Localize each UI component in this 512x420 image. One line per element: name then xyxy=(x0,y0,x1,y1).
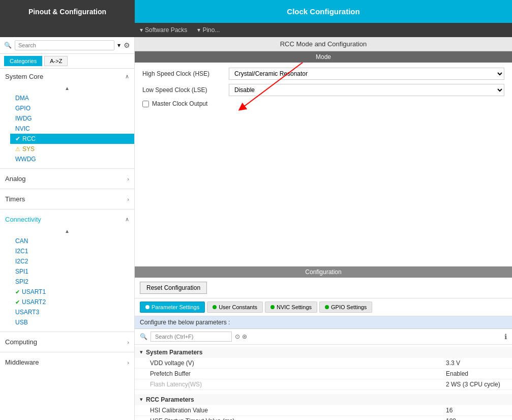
sidebar-item-can[interactable]: CAN xyxy=(10,236,134,246)
chevron-right-icon: › xyxy=(127,359,129,366)
rcc-params-section: ▾ RCC Parameters HSI Calibration Value 1… xyxy=(135,392,512,421)
mode-header: Mode xyxy=(135,51,512,63)
system-params-section: ▾ System Parameters VDD voltage (V) 3.3 … xyxy=(135,345,512,392)
search-arrows: ⊙ ⊛ xyxy=(235,333,247,340)
sidebar-item-usart2[interactable]: ✔ USART2 xyxy=(10,297,134,307)
param-vdd: VDD voltage (V) 3.3 V xyxy=(135,358,512,369)
hse-label: High Speed Clock (HSE) xyxy=(142,70,229,77)
sidebar-item-sys[interactable]: ⚠ SYS xyxy=(10,144,134,154)
category-middleware[interactable]: Middleware › xyxy=(0,354,134,370)
search-prev-icon[interactable]: ⊙ xyxy=(235,333,240,340)
config-title-text: Configuration xyxy=(305,268,341,276)
config-hint-text: Configure the below parameters : xyxy=(140,319,230,326)
gear-icon[interactable]: ⚙ xyxy=(124,41,130,49)
sidebar-item-spi2[interactable]: SPI2 xyxy=(10,277,134,287)
category-timers[interactable]: Timers › xyxy=(0,191,134,207)
dot-icon xyxy=(325,305,329,309)
mco-checkbox[interactable] xyxy=(142,101,149,107)
search-input[interactable] xyxy=(15,40,114,50)
config-header: Configuration xyxy=(135,266,512,278)
info-icon[interactable]: ℹ xyxy=(504,333,507,341)
sidebar-item-dma[interactable]: DMA xyxy=(10,93,134,103)
tab-user-constants-label: User Constants xyxy=(219,304,257,310)
chevron-right-icon: › xyxy=(127,339,129,345)
tab-user-constants[interactable]: User Constants xyxy=(207,302,263,313)
sidebar-item-usart3[interactable]: USART3 xyxy=(10,307,134,317)
config-area: Configuration Reset Configuration Parame… xyxy=(135,266,512,421)
category-computing[interactable]: Computing › xyxy=(0,334,134,350)
sidebar-item-usb[interactable]: USB xyxy=(10,317,134,327)
lse-row: Low Speed Clock (LSE) Disable Crystal/Ce… xyxy=(142,84,504,96)
param-flash-value: 2 WS (3 CPU cycle) xyxy=(446,381,507,388)
clock-header: Clock Configuration xyxy=(135,0,512,23)
search-icon: 🔍 xyxy=(4,42,12,49)
config-toolbar: Reset Configuration xyxy=(135,278,512,298)
mode-section: High Speed Clock (HSE) Crystal/Ceramic R… xyxy=(135,63,512,112)
scroll-up-icon[interactable]: ▲ xyxy=(65,228,70,234)
spacer xyxy=(135,112,512,266)
sidebar-item-gpio[interactable]: GPIO xyxy=(10,103,134,113)
sidebar-item-iwdg[interactable]: IWDG xyxy=(10,113,134,124)
param-prefetch: Prefetch Buffer Enabled xyxy=(135,369,512,379)
mco-row: Master Clock Output xyxy=(142,100,504,107)
chevron-down-icon: ▾ xyxy=(197,26,200,34)
scroll-up-icon[interactable]: ▲ xyxy=(65,85,70,91)
software-packs-item[interactable]: ▾ Software Packs xyxy=(140,26,187,34)
pinout-item[interactable]: ▾ Pino... xyxy=(197,26,220,34)
sidebar-item-spi1[interactable]: SPI1 xyxy=(10,266,134,277)
category-analog-label: Analog xyxy=(5,175,25,183)
tab-gpio-settings[interactable]: GPIO Settings xyxy=(319,302,372,313)
mode-header-label: Mode xyxy=(316,53,331,61)
hse-row: High Speed Clock (HSE) Crystal/Ceramic R… xyxy=(142,68,504,80)
dot-icon xyxy=(145,305,149,309)
sidebar-item-i2c1[interactable]: I2C1 xyxy=(10,246,134,256)
lse-select[interactable]: Disable Crystal/Ceramic Resonator xyxy=(229,84,504,96)
system-params-title: System Parameters xyxy=(146,349,202,356)
sidebar-search-bar: 🔍 ▾ ⚙ xyxy=(0,37,134,54)
dropdown-arrow[interactable]: ▾ xyxy=(117,42,121,49)
param-prefetch-name: Prefetch Buffer xyxy=(150,370,446,377)
reset-config-button[interactable]: Reset Configuration xyxy=(140,282,207,294)
collapse-rcc-icon[interactable]: ▾ xyxy=(140,396,143,403)
collapse-system-icon[interactable]: ▾ xyxy=(140,349,143,355)
chevron-right-icon: › xyxy=(127,196,129,202)
tab-nvic-settings[interactable]: NVIC Settings xyxy=(265,302,317,313)
sidebar-item-usart1[interactable]: ✔ USART1 xyxy=(10,287,134,297)
clock-title: Clock Configuration xyxy=(287,7,359,16)
sidebar-item-nvic[interactable]: NVIC xyxy=(10,124,134,134)
tab-parameter-settings[interactable]: Parameter Settings xyxy=(140,302,205,313)
sidebar-item-rcc[interactable]: ✔ RCC xyxy=(10,134,134,144)
sidebar-tabs: Categories A->Z xyxy=(0,54,134,69)
tab-categories[interactable]: Categories xyxy=(4,56,42,66)
check-icon: ✔ xyxy=(15,299,20,306)
category-analog[interactable]: Analog › xyxy=(0,171,134,187)
sidebar-item-i2c2[interactable]: I2C2 xyxy=(10,256,134,266)
rcc-title: RCC Mode and Configuration xyxy=(135,37,512,51)
chevron-right-icon: › xyxy=(127,176,129,182)
search-next-icon[interactable]: ⊛ xyxy=(242,333,247,340)
tab-az[interactable]: A->Z xyxy=(44,56,68,66)
dot-icon xyxy=(213,305,217,309)
category-system-core-label: System Core xyxy=(5,73,43,80)
dot-icon xyxy=(270,305,275,309)
tab-nvic-label: NVIC Settings xyxy=(277,304,312,310)
search-icon: 🔍 xyxy=(140,333,147,340)
param-hsi-cal: HSI Calibration Value 16 xyxy=(135,405,512,416)
sub-header-left xyxy=(0,23,135,37)
param-search-input[interactable] xyxy=(150,332,232,342)
rcc-title-text: RCC Mode and Configuration xyxy=(280,40,367,48)
chevron-up-icon: ∧ xyxy=(125,216,129,223)
system-core-items: DMA GPIO IWDG NVIC ✔ RCC ⚠ SYS WWDG xyxy=(0,92,134,166)
tab-param-label: Parameter Settings xyxy=(152,304,199,310)
sidebar-item-wwdg[interactable]: WWDG xyxy=(10,154,134,164)
category-middleware-label: Middleware xyxy=(5,358,39,366)
category-connectivity-label: Connectivity xyxy=(5,216,41,223)
config-hint: Configure the below parameters : xyxy=(135,316,512,329)
sub-header-right: ▾ Software Packs ▾ Pino... xyxy=(135,23,512,37)
param-vdd-name: VDD voltage (V) xyxy=(150,359,446,367)
hse-select[interactable]: Crystal/Ceramic Resonator Disable xyxy=(229,68,504,80)
category-connectivity[interactable]: Connectivity ∧ xyxy=(0,212,134,227)
check-icon: ✔ xyxy=(15,289,20,295)
pinout-label: Pino... xyxy=(202,26,220,34)
category-system-core[interactable]: System Core ∧ xyxy=(0,69,134,84)
